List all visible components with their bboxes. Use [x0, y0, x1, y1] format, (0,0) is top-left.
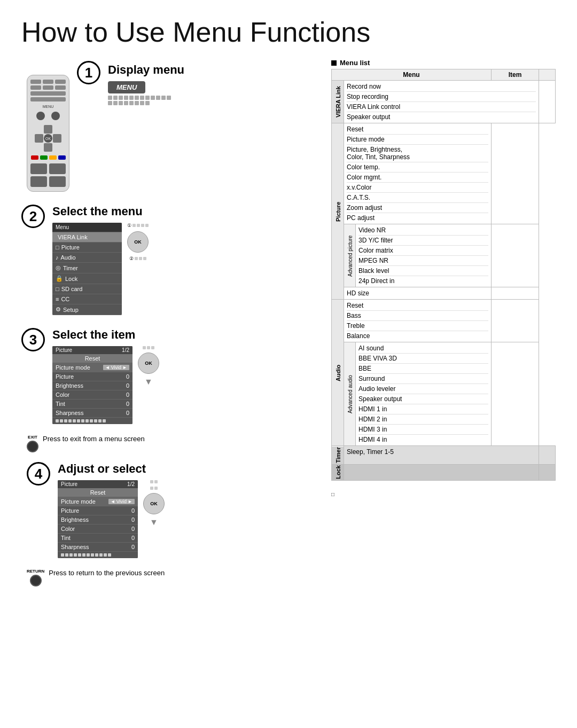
- color-yellow: [49, 155, 57, 160]
- step-number-1: 1: [77, 61, 100, 84]
- jp-dot: [167, 96, 171, 100]
- return-button[interactable]: [30, 575, 42, 586]
- dot: [141, 224, 144, 227]
- dpad-br: [53, 143, 61, 152]
- step2-title: Select the menu: [52, 205, 321, 218]
- remote-btn: [30, 91, 66, 96]
- item-line: VIERA Link control: [347, 102, 536, 112]
- item-line-hdmi1: HDMI 1 in: [358, 404, 488, 414]
- dpad-bl: [35, 143, 43, 152]
- remote-big-btn: [49, 163, 66, 174]
- item-line: Black level: [358, 266, 488, 276]
- item-line: HD size: [347, 288, 488, 298]
- picture-row-brightness: Brightness 0: [52, 381, 132, 390]
- remote-buttons-top: [30, 80, 66, 101]
- dot: [90, 419, 93, 422]
- menu-header: Menu: [52, 223, 122, 232]
- item-line: Color matrix: [358, 246, 488, 256]
- dots-indicator-1: ①: [127, 223, 149, 228]
- dot: [68, 419, 72, 422]
- dot: [154, 480, 158, 483]
- dot: [104, 553, 107, 557]
- picture-row-color: Color 0: [52, 390, 132, 400]
- dot: [94, 419, 97, 422]
- picture-mode-row[interactable]: Picture mode ◄ Vivid ►: [52, 363, 132, 372]
- advanced-picture-items: Video NR 3D Y/C filter Color matrix MPEG…: [356, 224, 492, 287]
- picture-row-picture: Picture 0: [52, 372, 132, 381]
- menu-item-sdcard[interactable]: □ SD card: [52, 284, 122, 294]
- lock-category: Lock: [332, 464, 344, 481]
- audio-advanced-row: Advanced audio AI sound BBE VIVA 3D BBE …: [332, 342, 556, 446]
- dot: [77, 419, 80, 422]
- remote-big-btn: [49, 176, 66, 187]
- ok-button-3[interactable]: OK: [138, 353, 159, 374]
- setup-icon: ⚙: [56, 306, 61, 313]
- row-label-tint: Tint: [56, 401, 65, 407]
- picture-reset-row-4[interactable]: Reset: [58, 488, 138, 497]
- remote-circle-btn: [51, 112, 60, 120]
- color-red: [31, 155, 38, 160]
- menu-item-setup[interactable]: ⚙ Setup: [52, 304, 122, 315]
- picture-icon: □: [56, 244, 59, 251]
- ok-button-4[interactable]: OK: [143, 493, 165, 514]
- advanced-audio-items: AI sound BBE VIVA 3D BBE Surround Audio …: [356, 342, 492, 446]
- exit-button[interactable]: [27, 441, 38, 452]
- picture-row-main: Picture Reset Picture mode Picture, Brig…: [332, 123, 556, 224]
- empty-cell: [539, 81, 556, 123]
- timer-items: Sleep, Timer 1-5: [344, 446, 539, 465]
- dpad-tl: [35, 125, 43, 134]
- viera-items-cell: Record now Stop recording VIERA Link con…: [344, 81, 539, 123]
- press-note-exit: EXIT Press to exit from a menu screen: [27, 435, 321, 452]
- menu-header-label: Menu: [56, 224, 69, 230]
- menu-panel: Menu VIERA Link □ Picture ♪ Audio: [52, 223, 122, 315]
- dot: [147, 346, 150, 349]
- picture-mode-row-4[interactable]: Picture mode ◄ Vivid ►: [58, 497, 138, 506]
- item-line: Treble: [347, 321, 488, 331]
- item-line-timer: Sleep, Timer 1-5: [347, 447, 536, 457]
- menu-item-audio[interactable]: ♪ Audio: [52, 253, 122, 263]
- remote-circle-row: [36, 112, 60, 120]
- th-menu: Menu: [332, 69, 492, 81]
- menu-item-lock[interactable]: 🔒 Lock: [52, 273, 122, 284]
- val-picture-4: 0: [131, 507, 135, 514]
- menu-item-viera[interactable]: VIERA Link: [52, 232, 122, 242]
- step1-title: Display menu: [108, 63, 321, 77]
- reset-label: Reset: [85, 355, 100, 362]
- jp-dot: [108, 96, 112, 100]
- dot: [65, 553, 68, 557]
- panel-dots: [52, 418, 132, 424]
- step1-body: Display menu MENU: [108, 59, 321, 106]
- row-val-color: 0: [126, 392, 129, 398]
- dot: [145, 224, 149, 227]
- jp-dot: [140, 96, 144, 100]
- jp-dot: [129, 101, 134, 105]
- picture-empty-2: [491, 224, 539, 287]
- dot: [64, 419, 67, 422]
- dpad-ok: OK: [44, 134, 52, 143]
- menu-item-picture[interactable]: □ Picture: [52, 242, 122, 253]
- lbl-tint-4: Tint: [61, 535, 71, 541]
- dots-indicator-2: ②: [129, 256, 146, 261]
- ok-button[interactable]: OK: [127, 231, 149, 253]
- lbl-brightness-4: Brightness: [61, 516, 89, 523]
- dot: [95, 553, 98, 557]
- item-line: Record now: [347, 82, 536, 92]
- remote-dpad: OK: [35, 125, 61, 152]
- menu-item-cc[interactable]: ≡ CC: [52, 294, 122, 304]
- remote-btn: [30, 85, 41, 90]
- menu-item-timer[interactable]: ◎ Timer: [52, 263, 122, 273]
- dpad-right: [53, 134, 61, 143]
- item-line: Reset: [347, 124, 488, 135]
- picture-reset-row[interactable]: Reset: [52, 354, 132, 363]
- step-number-4: 4: [27, 462, 50, 486]
- dpad-left: [35, 134, 43, 143]
- menu-list-title: Menu list: [340, 59, 370, 67]
- item-line-ai-sound: AI sound: [358, 343, 488, 354]
- dot: [61, 553, 64, 557]
- jp-dots-1: [108, 96, 321, 100]
- advanced-audio-label: Advanced audio: [344, 342, 356, 446]
- val-sharpness-4: 0: [131, 544, 135, 550]
- item-line-bbe: BBE: [358, 364, 488, 374]
- timer-category: Timer: [332, 446, 344, 465]
- picture-panel-step3: Picture 1/2 Reset Picture mode ◄ Vivid ►: [52, 346, 132, 424]
